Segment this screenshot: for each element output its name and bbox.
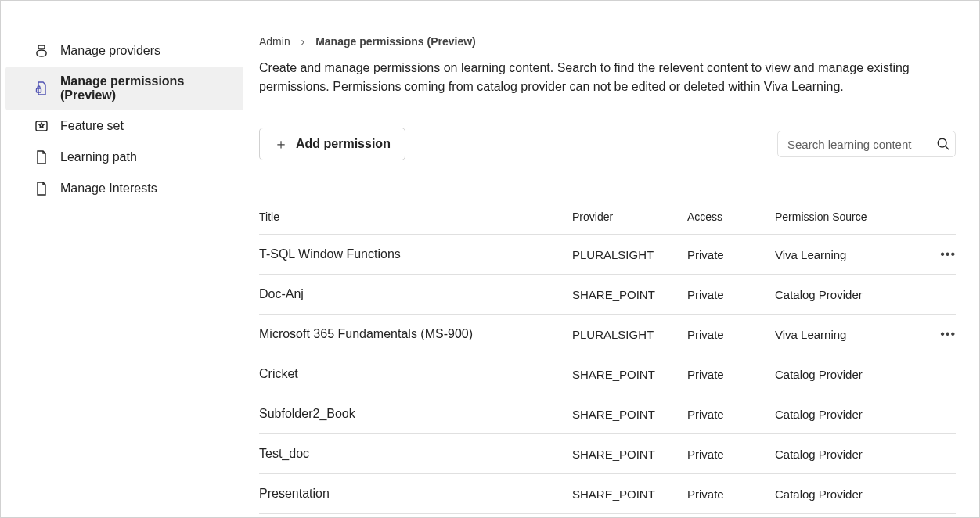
cell-access: Private [687, 328, 775, 341]
app-root: Manage providersManage permissions (Prev… [0, 0, 980, 518]
providers-icon [34, 43, 49, 59]
table-row[interactable]: Microsoft 365 Fundamentals (MS-900)PLURA… [259, 315, 956, 354]
breadcrumb-parent[interactable]: Admin [259, 35, 290, 48]
cell-source: Viva Learning [775, 328, 924, 341]
breadcrumb-current: Manage permissions (Preview) [315, 35, 476, 48]
document-icon [34, 181, 49, 196]
table-header: Title Provider Access Permission Source [259, 210, 956, 235]
sidebar-item-label: Manage permissions (Preview) [60, 74, 228, 103]
cell-source: Viva Learning [775, 248, 924, 261]
table-row[interactable]: T-SQL Window FunctionsPLURALSIGHTPrivate… [259, 235, 956, 275]
cell-access: Private [687, 408, 775, 421]
sidebar-item-label: Manage providers [60, 44, 160, 58]
cell-access: Private [687, 288, 775, 301]
cell-access: Private [687, 487, 775, 501]
cell-provider: SHARE_POINT [572, 288, 687, 301]
header-actions [924, 210, 956, 223]
chevron-right-icon: › [301, 35, 305, 48]
table-row[interactable]: Doc-AnjSHARE_POINTPrivateCatalog Provide… [259, 275, 956, 315]
sidebar-item-2[interactable]: Feature set [1, 110, 248, 142]
cell-title: T-SQL Window Functions [259, 247, 572, 261]
cell-access: Private [687, 368, 775, 381]
permissions-icon [34, 81, 49, 96]
sidebar-item-4[interactable]: Manage Interests [1, 173, 248, 204]
header-access[interactable]: Access [687, 210, 775, 223]
main-content: Admin › Manage permissions (Preview) Cre… [248, 1, 979, 517]
header-source[interactable]: Permission Source [775, 210, 924, 223]
toolbar: ＋ Add permission [259, 128, 956, 160]
table-row[interactable]: PresentationSHARE_POINTPrivateCatalog Pr… [259, 474, 956, 514]
svg-line-3 [946, 146, 949, 150]
cell-title: Test_doc [259, 447, 572, 461]
cell-source: Catalog Provider [775, 288, 924, 301]
search-icon [936, 136, 950, 152]
cell-provider: SHARE_POINT [572, 487, 687, 501]
search-box[interactable] [777, 131, 956, 157]
table-row[interactable]: Subfolder2_BookSHARE_POINTPrivateCatalog… [259, 394, 956, 434]
more-icon[interactable]: ••• [940, 327, 956, 340]
cell-source: Catalog Provider [775, 487, 924, 501]
search-input[interactable] [787, 138, 936, 151]
cell-provider: PLURALSIGHT [572, 248, 687, 261]
sidebar: Manage providersManage permissions (Prev… [1, 1, 248, 517]
permissions-table: Title Provider Access Permission Source … [259, 210, 956, 514]
add-permission-label: Add permission [296, 137, 391, 151]
sidebar-item-3[interactable]: Learning path [1, 142, 248, 173]
sidebar-item-1[interactable]: Manage permissions (Preview) [5, 67, 243, 110]
cell-provider: SHARE_POINT [572, 368, 687, 381]
cell-provider: SHARE_POINT [572, 448, 687, 461]
page-description: Create and manage permissions on learnin… [259, 59, 932, 96]
cell-access: Private [687, 248, 775, 261]
cell-access: Private [687, 448, 775, 461]
table-row[interactable]: CricketSHARE_POINTPrivateCatalog Provide… [259, 354, 956, 394]
cell-provider: SHARE_POINT [572, 408, 687, 421]
cell-actions: ••• [924, 327, 956, 341]
feature-icon [34, 118, 49, 134]
add-permission-button[interactable]: ＋ Add permission [259, 128, 405, 160]
table-row[interactable]: Test_docSHARE_POINTPrivateCatalog Provid… [259, 434, 956, 474]
svg-point-2 [938, 138, 946, 147]
cell-title: Presentation [259, 487, 572, 501]
sidebar-item-label: Feature set [60, 119, 124, 133]
document-icon [34, 149, 49, 165]
more-icon[interactable]: ••• [940, 247, 956, 261]
cell-actions: ••• [924, 247, 956, 261]
sidebar-item-0[interactable]: Manage providers [1, 35, 248, 67]
cell-title: Cricket [259, 367, 572, 381]
breadcrumb: Admin › Manage permissions (Preview) [259, 35, 956, 48]
cell-title: Doc-Anj [259, 287, 572, 301]
cell-source: Catalog Provider [775, 448, 924, 461]
cell-title: Microsoft 365 Fundamentals (MS-900) [259, 327, 572, 341]
sidebar-item-label: Manage Interests [60, 182, 157, 196]
sidebar-item-label: Learning path [60, 150, 137, 164]
cell-source: Catalog Provider [775, 408, 924, 421]
table-body: T-SQL Window FunctionsPLURALSIGHTPrivate… [259, 235, 956, 514]
cell-source: Catalog Provider [775, 368, 924, 381]
plus-icon: ＋ [274, 135, 288, 153]
header-provider[interactable]: Provider [572, 210, 687, 223]
cell-title: Subfolder2_Book [259, 407, 572, 421]
header-title[interactable]: Title [259, 210, 572, 223]
cell-provider: PLURALSIGHT [572, 328, 687, 341]
